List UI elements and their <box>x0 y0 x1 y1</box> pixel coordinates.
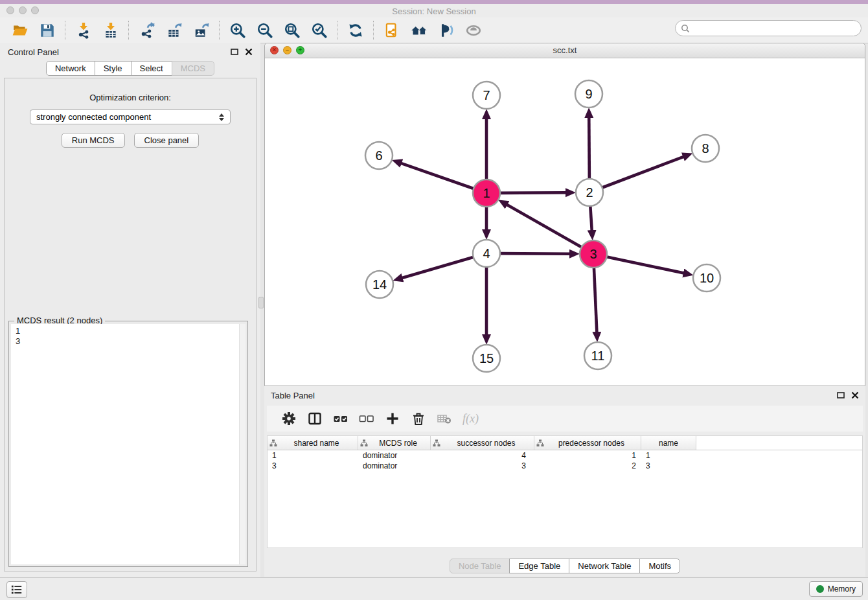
control-panel-title: Control Panel <box>8 47 231 57</box>
delete-column-icon[interactable] <box>409 410 428 428</box>
vertical-splitter-grip[interactable] <box>258 297 264 308</box>
column-label: predecessor nodes <box>544 439 639 448</box>
table-row[interactable]: 3dominator323 <box>268 461 862 471</box>
table-row[interactable]: 1dominator411 <box>268 450 862 461</box>
graph-node-11[interactable]: 11 <box>584 342 611 369</box>
export-image-icon[interactable] <box>192 21 211 40</box>
node-table[interactable]: shared nameMCDS rolesuccessor nodesprede… <box>267 435 863 548</box>
main-toolbar <box>0 17 868 43</box>
clone-network-icon[interactable] <box>383 21 401 40</box>
graph-edge-1-6[interactable] <box>401 163 475 189</box>
node-label: 9 <box>585 87 592 101</box>
add-column-icon[interactable] <box>383 410 402 428</box>
column-header-mcds-role[interactable]: MCDS role <box>358 436 431 450</box>
table-tab-edge-table[interactable]: Edge Table <box>509 559 569 573</box>
import-network-icon[interactable] <box>74 21 93 40</box>
graph-node-6[interactable]: 6 <box>365 142 393 169</box>
mcds-result-line: 3 <box>16 336 241 347</box>
graph-node-3[interactable]: 3 <box>580 240 607 268</box>
table-tab-network-table[interactable]: Network Table <box>569 559 640 573</box>
graph-edge-4-3[interactable] <box>499 253 570 254</box>
cell-successor-nodes[interactable]: 3 <box>431 461 534 471</box>
deselect-all-columns-icon[interactable] <box>358 410 376 428</box>
column-label: MCDS role <box>368 439 428 448</box>
column-header-predecessor-nodes[interactable]: predecessor nodes <box>534 436 641 450</box>
graph-node-1[interactable]: 1 <box>473 179 500 207</box>
graph-edge-3-1[interactable] <box>507 205 582 248</box>
gear-icon[interactable] <box>280 410 298 428</box>
column-header-shared-name[interactable]: shared name <box>268 436 358 450</box>
node-label: 4 <box>483 246 490 260</box>
graph-edge-3-10[interactable] <box>606 257 684 273</box>
float-panel-icon[interactable] <box>231 48 238 56</box>
graph-edge-2-9[interactable] <box>589 117 589 180</box>
cell-successor-nodes[interactable]: 4 <box>431 450 534 461</box>
home-icon[interactable] <box>410 21 428 40</box>
column-label: shared name <box>277 439 356 448</box>
graph-node-14[interactable]: 14 <box>366 271 393 298</box>
graph-node-10[interactable]: 10 <box>693 264 720 292</box>
split-columns-icon[interactable] <box>306 410 324 428</box>
graph-edge-3-11[interactable] <box>594 266 597 332</box>
graph-edge-4-14[interactable] <box>402 257 475 278</box>
memory-status-icon <box>816 585 824 593</box>
graph-edge-2-8[interactable] <box>601 157 684 188</box>
cell-mcds-role[interactable]: dominator <box>358 461 431 471</box>
table-tab-node-table[interactable]: Node Table <box>450 559 510 573</box>
column-header-successor-nodes[interactable]: successor nodes <box>431 436 534 450</box>
cell-name[interactable]: 1 <box>641 450 696 461</box>
cell-predecessor-nodes[interactable]: 2 <box>534 461 641 471</box>
column-header-name[interactable]: name <box>641 436 696 450</box>
mcds-result-box[interactable]: 13 <box>11 324 246 564</box>
close-panel-icon[interactable] <box>245 48 253 56</box>
export-table-icon[interactable] <box>165 21 183 40</box>
graph-edge-1-2[interactable] <box>499 192 566 193</box>
graph-node-8[interactable]: 8 <box>692 135 719 162</box>
export-network-icon[interactable] <box>138 21 156 40</box>
tab-mcds[interactable]: MCDS <box>172 61 214 76</box>
table-panel-title: Table Panel <box>271 391 837 400</box>
dropdown-stepper-icon <box>219 113 224 121</box>
graph-node-15[interactable]: 15 <box>473 345 500 372</box>
criterion-dropdown[interactable]: strongly connected component <box>30 110 231 124</box>
search-field[interactable] <box>675 20 862 36</box>
table-panel-header: Table Panel <box>264 386 865 404</box>
close-panel-button[interactable]: Close panel <box>134 133 200 148</box>
save-session-icon[interactable] <box>38 21 56 40</box>
zoom-fit-icon[interactable] <box>283 21 301 40</box>
graph-node-9[interactable]: 9 <box>575 80 602 108</box>
tab-network[interactable]: Network <box>46 61 95 76</box>
refresh-layout-icon[interactable] <box>347 21 365 40</box>
show-hide-details-icon[interactable] <box>464 21 483 40</box>
memory-button[interactable]: Memory <box>809 581 863 597</box>
zoom-selected-icon[interactable] <box>310 21 328 40</box>
search-input[interactable] <box>693 23 856 34</box>
network-canvas[interactable]: 7968124314101511 <box>265 58 865 386</box>
zoom-out-icon[interactable] <box>256 21 274 40</box>
task-list-button[interactable] <box>6 581 27 598</box>
style-details-icon[interactable] <box>437 21 455 40</box>
zoom-in-icon[interactable] <box>229 21 247 40</box>
float-panel-icon[interactable] <box>837 391 845 399</box>
control-panel: Control Panel NetworkStyleSelectMCDS Opt… <box>0 43 260 578</box>
network-window-titlebar[interactable]: ✕ – + scc.txt <box>265 43 865 58</box>
cell-predecessor-nodes[interactable]: 1 <box>534 450 641 461</box>
cell-name[interactable]: 3 <box>641 461 696 471</box>
run-mcds-button[interactable]: Run MCDS <box>62 133 125 148</box>
result-scrollbar[interactable] <box>239 324 246 564</box>
node-label: 3 <box>589 247 597 261</box>
cell-mcds-role[interactable]: dominator <box>358 450 431 461</box>
import-table-icon[interactable] <box>102 21 120 40</box>
tab-style[interactable]: Style <box>95 61 131 76</box>
cell-shared-name[interactable]: 3 <box>268 461 358 471</box>
graph-node-7[interactable]: 7 <box>473 82 500 109</box>
table-tab-motifs[interactable]: Motifs <box>639 559 680 573</box>
open-session-icon[interactable] <box>11 21 29 40</box>
graph-edge-2-3[interactable] <box>590 205 592 231</box>
graph-node-4[interactable]: 4 <box>473 240 500 267</box>
close-panel-icon[interactable] <box>851 391 859 399</box>
select-all-columns-icon[interactable] <box>332 410 350 428</box>
graph-node-2[interactable]: 2 <box>576 179 603 206</box>
tab-select[interactable]: Select <box>131 61 172 76</box>
cell-shared-name[interactable]: 1 <box>268 450 358 461</box>
